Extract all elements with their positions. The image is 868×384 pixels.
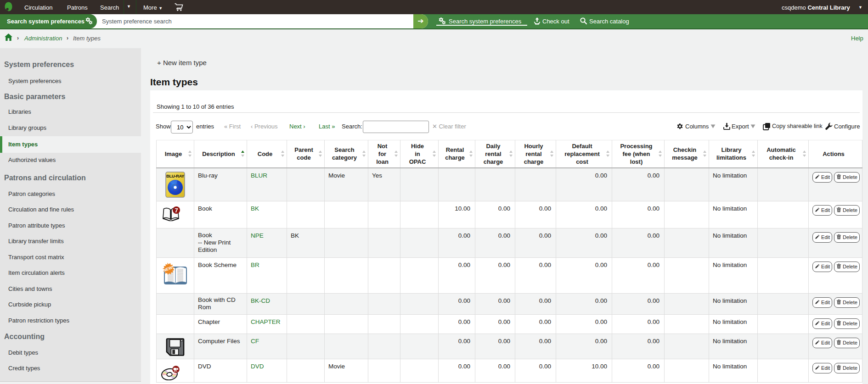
svg-text:BLU-RAY: BLU-RAY bbox=[166, 173, 185, 178]
svg-text:7: 7 bbox=[175, 207, 178, 214]
